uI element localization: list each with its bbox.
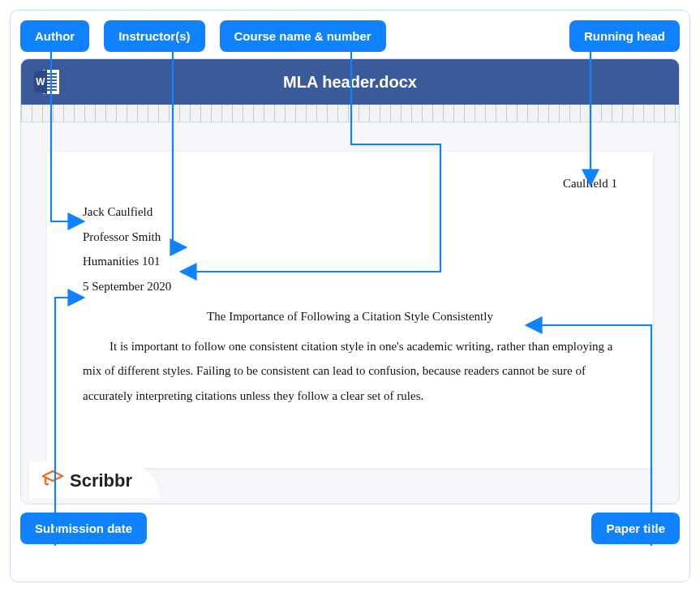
document-canvas: Caulfield 1 Jack Caulfield Professor Smi…: [21, 122, 679, 504]
running-head: Caulfield 1: [83, 171, 617, 196]
label-paper-title: Paper title: [591, 513, 680, 544]
ruler: [21, 105, 679, 122]
mla-header-block: Jack Caulfield Professor Smith Humanitie…: [83, 199, 617, 299]
label-author: Author: [20, 20, 89, 52]
paper-title: The Importance of Following a Citation S…: [83, 304, 617, 329]
date-line: 5 September 2020: [83, 274, 617, 299]
top-labels-row: Author Instructor(s) Course name & numbe…: [20, 20, 680, 52]
author-line: Jack Caulfield: [83, 199, 617, 225]
document-frame: W MLA header.docx Caulfield 1 Jack Caulf…: [20, 58, 680, 504]
label-submission-date: Submission date: [20, 513, 147, 544]
label-instructors: Instructor(s): [104, 20, 204, 52]
window-titlebar: W MLA header.docx: [21, 59, 679, 105]
graduation-cap-icon: [42, 470, 63, 492]
label-running-head: Running head: [569, 20, 680, 52]
window-title: MLA header.docx: [21, 73, 679, 92]
scribbr-logo: Scribbr: [29, 461, 160, 499]
course-line: Humanities 101: [83, 249, 617, 274]
bottom-labels-row: Submission date Paper title: [20, 513, 680, 544]
diagram-container: Author Instructor(s) Course name & numbe…: [10, 10, 690, 582]
label-course: Course name & number: [220, 20, 386, 52]
brand-text: Scribbr: [70, 470, 132, 491]
instructor-line: Professor Smith: [83, 225, 617, 250]
body-paragraph: It is important to follow one consistent…: [83, 334, 617, 409]
page: Caulfield 1 Jack Caulfield Professor Smi…: [47, 152, 653, 468]
